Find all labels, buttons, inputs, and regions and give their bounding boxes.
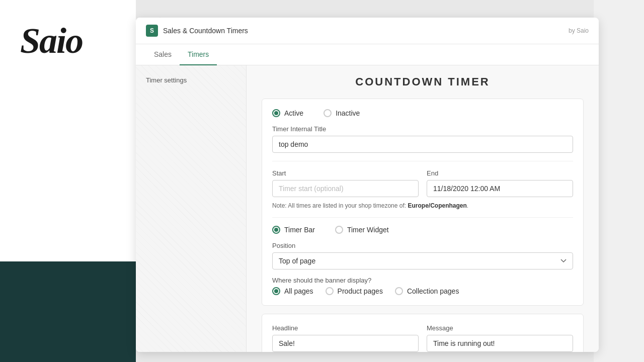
all-pages-circle (272, 287, 280, 295)
date-row: Start End (272, 169, 573, 197)
all-pages-label: All pages (284, 287, 313, 295)
product-pages-radio[interactable]: Product pages (326, 287, 383, 295)
app-header-left: S Sales & Countdown Timers (146, 25, 248, 37)
divider-2 (272, 217, 573, 218)
internal-title-input[interactable] (272, 136, 573, 153)
status-radio-group: Active Inactive (272, 109, 573, 117)
message-field: Message (427, 324, 573, 352)
inactive-radio[interactable]: Inactive (324, 109, 360, 117)
timer-type-radio-group: Timer Bar Timer Widget (272, 226, 573, 234)
start-input[interactable] (272, 180, 419, 197)
message-label: Message (427, 324, 573, 332)
end-label: End (427, 169, 573, 177)
collection-pages-label: Collection pages (407, 287, 459, 295)
headline-input[interactable] (272, 335, 419, 352)
banner-display-label: Where should the banner display? (272, 277, 573, 284)
app-by-label: by Saio (569, 27, 589, 34)
main-form-card: Active Inactive Timer Internal Title (262, 99, 584, 306)
active-label: Active (284, 109, 303, 117)
app-logo-letter: S (150, 27, 154, 34)
collection-pages-circle (395, 287, 403, 295)
app-title: Sales & Countdown Timers (163, 27, 248, 35)
app-logo-icon: S (146, 25, 158, 37)
page-title: COUNTDOWN TIMER (262, 75, 584, 88)
position-select[interactable]: Top of page Bottom of page (272, 252, 573, 269)
position-label: Position (272, 242, 573, 249)
sidebar: Timer settings (136, 65, 247, 352)
start-label: Start (272, 169, 419, 177)
content-area: COUNTDOWN TIMER Active Inactive Ti (247, 65, 599, 352)
end-input[interactable] (427, 180, 573, 197)
product-pages-circle (326, 287, 334, 295)
svg-text:Saio: Saio (20, 21, 83, 61)
banner-radio-group: All pages Product pages Collection pages (272, 287, 573, 295)
banner-display-section: Where should the banner display? All pag… (272, 277, 573, 295)
headline-message-card: Headline Message Show Timer Labels (262, 314, 584, 352)
sidebar-timer-settings: Timer settings (146, 76, 187, 84)
inactive-radio-circle (324, 109, 332, 117)
main-content: Timer settings COUNTDOWN TIMER Active In… (136, 65, 599, 352)
timer-bar-label: Timer Bar (284, 226, 315, 234)
inactive-label: Inactive (336, 109, 360, 117)
all-pages-radio[interactable]: All pages (272, 287, 313, 295)
headline-label: Headline (272, 324, 419, 332)
tab-timers[interactable]: Timers (180, 44, 217, 65)
timer-widget-radio[interactable]: Timer Widget (335, 226, 389, 234)
timer-widget-label: Timer Widget (347, 226, 389, 234)
saio-logo: Saio (15, 10, 96, 71)
end-field: End (427, 169, 573, 197)
timer-bar-circle (272, 226, 280, 234)
collection-pages-radio[interactable]: Collection pages (395, 287, 459, 295)
timezone-note: Note: All times are listed in your shop … (272, 202, 573, 209)
app-header: S Sales & Countdown Timers by Saio (136, 18, 599, 44)
internal-title-label: Timer Internal Title (272, 125, 573, 133)
active-radio[interactable]: Active (272, 109, 303, 117)
message-input[interactable] (427, 335, 573, 352)
headline-message-row: Headline Message (272, 324, 573, 352)
product-pages-label: Product pages (338, 287, 383, 295)
active-radio-circle (272, 109, 280, 117)
tab-sales[interactable]: Sales (146, 44, 180, 65)
timer-bar-radio[interactable]: Timer Bar (272, 226, 315, 234)
left-sidebar-bottom (0, 261, 136, 362)
timer-widget-circle (335, 226, 343, 234)
app-window: S Sales & Countdown Timers by Saio Sales… (136, 18, 599, 352)
headline-field: Headline (272, 324, 419, 352)
start-field: Start (272, 169, 419, 197)
divider-1 (272, 161, 573, 161)
nav-tabs: Sales Timers (136, 44, 599, 65)
